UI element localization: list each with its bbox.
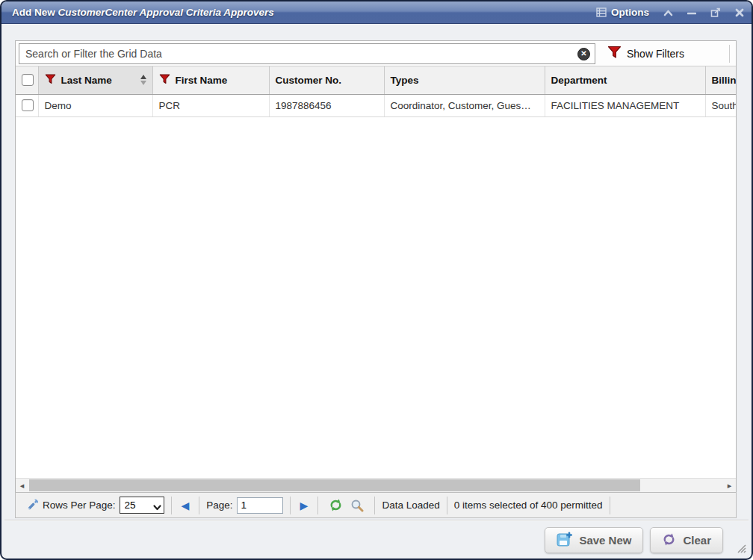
save-new-button[interactable]: Save New [545,527,643,553]
page-title: Add New CustomerCenter Approval Criteria… [12,7,274,18]
options-grid-icon [596,7,607,17]
column-header-last-name[interactable]: Last Name [38,66,152,94]
page-input[interactable] [237,497,283,514]
rows-per-page-select[interactable]: 25 [120,497,164,514]
row-checkbox[interactable] [22,99,34,111]
minimize-button[interactable] [687,9,696,16]
sort-icon[interactable] [140,75,148,85]
cell-billing: South [705,94,736,116]
column-label: Billing [712,75,737,86]
next-page-button[interactable]: ▶ [297,500,312,511]
separator [290,497,291,514]
scroll-right-button[interactable]: ▸ [723,479,736,492]
search-grid-button[interactable] [347,499,368,512]
titlebar: Add New CustomerCenter Approval Criteria… [1,1,752,24]
separator [171,497,172,514]
search-input[interactable] [19,44,595,63]
clear-search-icon[interactable]: ✕ [577,48,590,60]
column-header-first-name[interactable]: First Name [152,66,269,94]
separator [447,497,447,514]
column-header-customer-no[interactable]: Customer No. [269,66,384,94]
prev-page-button[interactable]: ◀ [179,500,193,511]
table-row[interactable]: Demo PCR 1987886456 Coordinator, Custome… [16,94,736,116]
selection-count-text: 0 items selected of 400 permitted [454,500,603,511]
cell-types: Coordinator, Customer, Gues… [384,94,545,116]
separator [374,497,375,514]
select-all-header [16,66,38,94]
column-label: First Name [176,75,228,86]
row-select-cell [16,94,38,116]
grid-header-row: Last Name First Name [16,66,736,94]
column-label: Last Name [61,75,112,86]
scrollbar-track[interactable] [28,479,723,492]
clear-button[interactable]: Clear [650,527,723,553]
filter-funnel-icon [607,46,622,61]
rows-per-page-label: Rows Per Page: [43,500,116,511]
search-box: ✕ [19,43,595,64]
grid-viewport: Last Name First Name [16,66,736,478]
dialog-window: Add New CustomerCenter Approval Criteria… [0,0,753,560]
settings-wrench-icon[interactable] [22,499,43,512]
column-header-department[interactable]: Department [545,66,705,94]
filter-funnel-icon [159,74,170,87]
save-new-label: Save New [579,534,631,547]
title-prefix: Add New [12,7,58,18]
cell-first-name: PCR [152,94,269,116]
save-icon [557,532,572,549]
status-text: Data Loaded [382,500,439,511]
footer-divider [4,520,749,520]
resize-grip[interactable] [735,543,747,556]
show-filters-button[interactable]: Show Filters [607,46,684,61]
close-button[interactable] [735,8,744,17]
search-filter-row: ✕ Show Filters [16,41,736,66]
filter-row-separator [729,45,730,63]
clear-cycle-icon [662,533,676,548]
column-label: Types [391,75,419,86]
separator [610,497,610,514]
title-emphasis: CustomerCenter Approval Criteria Approve… [58,7,274,18]
grid-panel: ✕ Show Filters [15,40,737,493]
popout-button[interactable] [710,7,721,17]
data-grid: Last Name First Name [16,66,736,117]
options-label: Options [611,7,649,18]
clear-label: Clear [683,534,711,547]
show-filters-label: Show Filters [627,48,684,60]
column-header-billing[interactable]: Billing [705,66,736,94]
scroll-left-button[interactable]: ◂ [16,479,28,492]
separator [317,497,318,514]
scrollbar-thumb[interactable] [29,479,640,491]
separator [199,497,199,514]
filter-funnel-icon [45,74,56,87]
cell-customer-no: 1987886456 [269,94,384,116]
statusbar: Rows Per Page: 25 ◀ Page: ▶ [15,492,737,518]
horizontal-scrollbar: ◂ ▸ [16,478,736,492]
column-label: Department [551,75,607,86]
refresh-button[interactable] [325,499,347,511]
options-button[interactable]: Options [596,7,649,18]
page-label: Page: [206,500,232,511]
column-label: Customer No. [276,75,342,86]
cell-department: FACILITIES MANAGEMENT [545,94,705,116]
collapse-button[interactable] [663,9,673,16]
cell-last-name: Demo [38,94,152,116]
column-header-types[interactable]: Types [384,66,545,94]
select-all-checkbox[interactable] [22,74,34,86]
